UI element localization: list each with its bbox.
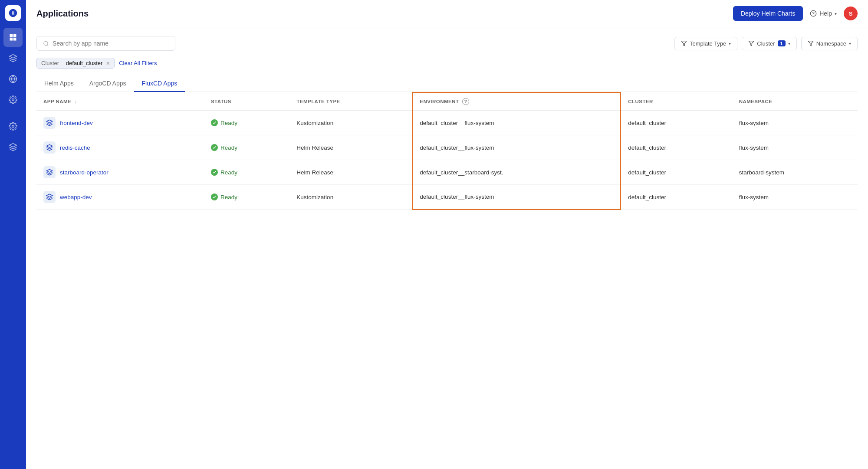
svg-marker-8 — [681, 41, 687, 46]
check-icon — [212, 121, 217, 125]
cell-app-name: starboard-operator — [36, 160, 204, 185]
cluster-filter-button[interactable]: Cluster 1 ▾ — [742, 37, 796, 50]
table-row: starboard-operator Ready Helm Release de… — [36, 160, 858, 185]
table-row: webapp-dev Ready Kustomization default_c… — [36, 185, 858, 210]
help-label: Help — [819, 10, 832, 17]
cell-cluster: default_cluster — [621, 185, 732, 210]
clear-all-filters-button[interactable]: Clear All Filters — [119, 60, 157, 66]
app-icon — [43, 117, 56, 129]
filter-row: Template Type ▾ Cluster 1 ▾ Namespace — [36, 36, 858, 51]
help-circle-icon — [810, 10, 817, 17]
check-icon — [212, 170, 217, 174]
app-name-link[interactable]: starboard-operator — [60, 169, 108, 176]
sidebar-item-grid[interactable] — [3, 28, 23, 47]
col-header-app-name[interactable]: APP NAME ↓ — [36, 92, 204, 111]
filter-buttons: Template Type ▾ Cluster 1 ▾ Namespace — [674, 37, 858, 50]
sidebar-divider — [6, 113, 20, 113]
app-icon — [43, 141, 56, 154]
cell-namespace: flux-system — [732, 135, 858, 160]
helm-apps-tab-label: Helm Apps — [44, 80, 74, 87]
namespace-filter-label: Namespace — [816, 40, 846, 47]
col-header-namespace: NAMESPACE — [732, 92, 858, 111]
sort-icon: ↓ — [75, 99, 77, 104]
status-text: Ready — [220, 144, 237, 151]
svg-marker-9 — [749, 41, 754, 46]
template-type-label: Template Type — [690, 40, 726, 47]
sidebar-item-layers[interactable] — [3, 138, 23, 157]
tab-helm-apps[interactable]: Helm Apps — [36, 75, 82, 92]
check-icon — [212, 195, 217, 199]
app-icon — [43, 166, 56, 178]
search-icon — [43, 40, 49, 47]
cluster-filter-badge: 1 — [778, 40, 786, 46]
app-name-link[interactable]: frontend-dev — [60, 120, 93, 126]
cell-cluster: default_cluster — [621, 111, 732, 135]
tabs: Helm Apps ArgoCD Apps FluxCD Apps — [36, 75, 858, 92]
argocd-apps-tab-label: ArgoCD Apps — [89, 80, 126, 87]
logo-icon — [8, 8, 18, 18]
cell-app-name: redis-cache — [36, 135, 204, 160]
cell-environment: default_cluster__flux-system — [412, 185, 621, 210]
content-area: Template Type ▾ Cluster 1 ▾ Namespace — [26, 27, 868, 469]
sidebar-item-gear[interactable] — [3, 90, 23, 109]
cluster-filter-label: Cluster — [757, 40, 775, 47]
cell-status: Ready — [204, 111, 289, 135]
col-header-cluster: CLUSTER — [621, 92, 732, 111]
cluster-tag-value: default_cluster — [66, 60, 103, 66]
status-text: Ready — [220, 194, 237, 200]
topbar: Applications Deploy Helm Charts Help ▾ S — [26, 0, 868, 27]
globe-icon — [9, 75, 17, 83]
apps-table-container: APP NAME ↓ STATUS TEMPLATE TYPE ENVIRONM… — [36, 92, 858, 210]
fluxcd-apps-tab-label: FluxCD Apps — [142, 80, 178, 87]
sidebar-item-settings2[interactable] — [3, 117, 23, 136]
apps-table: APP NAME ↓ STATUS TEMPLATE TYPE ENVIRONM… — [36, 92, 858, 210]
status-text: Ready — [220, 120, 237, 126]
template-type-filter-button[interactable]: Template Type ▾ — [674, 37, 737, 50]
flux-app-icon — [46, 119, 53, 126]
cube-icon — [9, 54, 17, 62]
cell-environment: default_cluster__flux-system — [412, 111, 621, 135]
app-name-link[interactable]: webapp-dev — [60, 194, 92, 200]
help-button[interactable]: Help ▾ — [810, 10, 837, 17]
cell-status: Ready — [204, 135, 289, 160]
cell-app-name: webapp-dev — [36, 185, 204, 210]
search-box[interactable] — [36, 36, 175, 51]
status-ready-icon — [211, 119, 218, 126]
cell-namespace: flux-system — [732, 185, 858, 210]
flux-app-icon — [46, 169, 53, 176]
deploy-helm-charts-button[interactable]: Deploy Helm Charts — [733, 6, 803, 21]
sidebar-item-cube[interactable] — [3, 49, 23, 68]
svg-marker-10 — [808, 41, 813, 46]
cell-template-type: Kustomization — [289, 111, 412, 135]
svg-point-6 — [44, 41, 48, 45]
col-header-status: STATUS — [204, 92, 289, 111]
tag-separator — [62, 60, 63, 66]
svg-line-7 — [47, 45, 49, 46]
cluster-chevron-icon: ▾ — [788, 41, 790, 46]
status-text: Ready — [220, 169, 237, 176]
cell-template-type: Kustomization — [289, 185, 412, 210]
tab-fluxcd-apps[interactable]: FluxCD Apps — [134, 75, 185, 92]
template-type-chevron-icon: ▾ — [729, 41, 731, 46]
namespace-filter-button[interactable]: Namespace ▾ — [801, 37, 858, 50]
cluster-tag-close-icon[interactable]: × — [106, 60, 110, 66]
environment-info-icon[interactable]: ? — [462, 98, 469, 105]
flux-app-icon — [46, 194, 53, 200]
flux-app-icon — [46, 144, 53, 151]
tab-argocd-apps[interactable]: ArgoCD Apps — [82, 75, 134, 92]
tags-row: Cluster default_cluster × Clear All Filt… — [36, 58, 858, 69]
avatar[interactable]: S — [844, 7, 858, 20]
cell-status: Ready — [204, 160, 289, 185]
cell-cluster: default_cluster — [621, 135, 732, 160]
status-ready-icon — [211, 169, 218, 176]
svg-point-2 — [12, 125, 14, 128]
app-name-link[interactable]: redis-cache — [60, 144, 90, 151]
sidebar-item-globe[interactable] — [3, 69, 23, 89]
status-ready-icon — [211, 144, 218, 151]
cluster-filter-icon — [748, 40, 754, 46]
table-row: frontend-dev Ready Kustomization default… — [36, 111, 858, 135]
svg-point-1 — [12, 99, 14, 101]
namespace-filter-icon — [808, 40, 814, 46]
search-input[interactable] — [53, 40, 169, 47]
logo[interactable] — [5, 5, 21, 21]
